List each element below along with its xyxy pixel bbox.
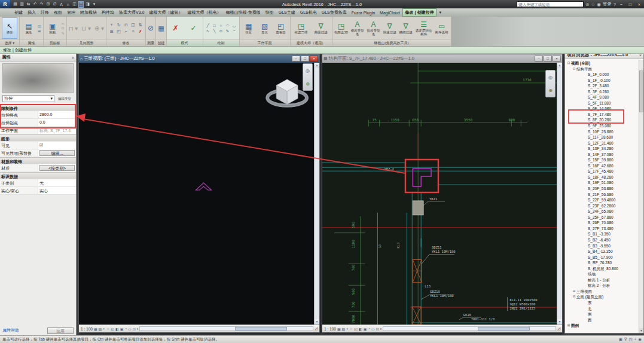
ribbon-tab[interactable]: 视图: [51, 8, 65, 17]
properties-help-link[interactable]: 属性帮助: [2, 327, 19, 333]
expand-collapse-icon[interactable]: ⊟: [566, 60, 571, 66]
ribbon-tab[interactable]: 注释: [38, 8, 51, 17]
expand-collapse-icon[interactable]: [583, 100, 588, 106]
property-row[interactable]: 子类别 无: [0, 179, 76, 187]
search-icon[interactable]: ⊙: [585, 2, 589, 7]
expand-collapse-icon[interactable]: [583, 94, 588, 100]
expand-collapse-icon[interactable]: [583, 249, 588, 255]
status-bar-icon[interactable]: ∇: [624, 337, 627, 342]
view-control-icon[interactable]: ▭: [128, 327, 132, 331]
ribbon-tab[interactable]: 快图: [263, 8, 276, 17]
draw-tool-icon[interactable]: □: [212, 23, 218, 28]
qat-icon[interactable]: ◨: [85, 1, 90, 8]
quick-filter-button[interactable]: ∇ 快速过滤: [383, 23, 397, 34]
view-control-icon[interactable]: ☼: [106, 327, 110, 331]
scroll-down-arrow[interactable]: ▼: [639, 328, 643, 333]
concrete-column[interactable]: [413, 201, 423, 215]
browser-tree-item[interactable]: S_2F_3.480: [565, 83, 639, 89]
view-control-icon[interactable]: ▧: [99, 327, 102, 331]
browser-tree-item[interactable]: S_22F_59.4800: [565, 197, 639, 203]
family-category-icon[interactable]: ⊞: [38, 29, 41, 33]
browser-tree-item[interactable]: S_6F_14.680: [565, 106, 639, 112]
account-icon[interactable]: ◉: [597, 2, 601, 7]
browser-tree-item[interactable]: 北: [565, 306, 639, 312]
extrusion-sketch-profile-3d[interactable]: [196, 183, 212, 190]
qat-icon[interactable]: ▾: [91, 1, 97, 8]
join-icon[interactable]: ⊕ ▾: [94, 25, 104, 32]
browser-tree-item[interactable]: 东: [565, 300, 639, 306]
hatched-column-1[interactable]: [413, 259, 422, 282]
expand-collapse-icon[interactable]: [583, 226, 588, 232]
hatched-column-2[interactable]: [412, 307, 421, 324]
project-browser-scrollbar[interactable]: ▼: [639, 60, 643, 333]
cut-icon[interactable]: ✂: [62, 22, 65, 26]
view-control-icon[interactable]: ▧: [342, 327, 346, 331]
expand-collapse-icon[interactable]: [583, 306, 588, 312]
property-row[interactable]: 可见 ☑: [0, 142, 76, 149]
expand-collapse-icon[interactable]: [583, 78, 588, 84]
properties-button[interactable]: ▤ 属性: [22, 23, 36, 34]
workplane-viewer-button[interactable]: ◰ 查看器: [274, 23, 288, 34]
property-row[interactable]: 拉伸终点 2800.0: [0, 111, 76, 119]
expand-collapse-icon[interactable]: [583, 197, 588, 203]
expand-collapse-icon[interactable]: [583, 169, 588, 174]
browser-tree-item[interactable]: S_B5_-17.900: [565, 255, 639, 261]
ribbon-tab[interactable]: GLS机电: [298, 8, 319, 17]
browser-tree-item[interactable]: 场地: [565, 271, 639, 277]
family-types-icon[interactable]: ◫: [38, 24, 41, 28]
qat-icon[interactable]: ⊞: [45, 1, 51, 8]
expand-collapse-icon[interactable]: [583, 186, 588, 192]
draw-tool-icon[interactable]: ✎: [225, 29, 231, 33]
viewport-plan-horizontal-scrollbar[interactable]: [383, 326, 556, 331]
view-control-icon[interactable]: ▣: [120, 327, 124, 331]
qat-icon[interactable]: ⌂: [65, 1, 71, 8]
view-control-icon[interactable]: ◔: [368, 327, 370, 331]
ribbon-tab[interactable]: 建模大师（建筑）: [146, 8, 185, 17]
draw-tool-icon[interactable]: ⊙: [218, 29, 224, 33]
box-select-3d-button[interactable]: ◳ 框选三维: [292, 23, 310, 34]
expand-collapse-icon[interactable]: [583, 174, 588, 180]
expand-collapse-icon[interactable]: [583, 123, 588, 129]
draw-tool-icon[interactable]: ◡: [231, 23, 237, 28]
expand-collapse-icon[interactable]: [583, 192, 588, 198]
browser-tree-item[interactable]: S_RF_76.280: [565, 260, 639, 266]
zoom-icon[interactable]: ⊕: [548, 88, 553, 93]
cope-icon[interactable]: ⊓ ▾: [69, 25, 78, 32]
expand-collapse-icon[interactable]: [583, 283, 588, 289]
expand-collapse-icon[interactable]: [583, 311, 588, 317]
viewport-3d-close-button[interactable]: ×: [310, 56, 318, 62]
select-multilevel-button[interactable]: ☰ 选多层同位构件: [415, 21, 433, 36]
measure-icon[interactable]: ⊘: [148, 24, 154, 32]
ribbon-tab[interactable]: Fuzor Plugin: [349, 8, 377, 17]
ribbon-tab[interactable]: 附加模块: [78, 8, 99, 17]
browser-tree-item[interactable]: S_5F_11.880: [565, 100, 639, 106]
draw-tool-icon[interactable]: ○: [218, 23, 224, 28]
ribbon-tab[interactable]: 构件坞: [99, 8, 117, 17]
browser-tree-item[interactable]: S_24F_65.080: [565, 209, 639, 215]
modify-tool-icon[interactable]: ⊓: [123, 22, 129, 28]
property-row[interactable]: 材质 <按类别>: [0, 164, 76, 172]
navigation-bar-plan[interactable]: ◎ ⊕: [545, 70, 556, 97]
type-selector-dropdown[interactable]: 拉伸 ▾: [2, 95, 54, 102]
property-row[interactable]: 材质和装饰: [0, 157, 76, 164]
expand-collapse-icon[interactable]: [583, 277, 588, 283]
status-bar-icon[interactable]: ◳: [628, 337, 632, 342]
qat-icon[interactable]: ↶: [32, 1, 38, 8]
expand-collapse-icon[interactable]: [583, 231, 588, 237]
resize-grip-icon[interactable]: ◿: [315, 326, 318, 331]
fine-filter-button[interactable]: ∇ 精细过滤: [399, 23, 413, 34]
browser-tree-item[interactable]: 南: [565, 311, 639, 317]
view-control-icon[interactable]: ☼: [350, 327, 353, 331]
view-control-icon[interactable]: ▭: [371, 327, 375, 331]
collapse-arrow-icon[interactable]: ‹: [380, 327, 381, 331]
expand-collapse-icon[interactable]: [583, 83, 588, 89]
copy-icon[interactable]: ⧉: [62, 26, 65, 30]
browser-tree-item[interactable]: ⊟ 视图 (全部): [565, 60, 639, 66]
bounding-box-3d-button[interactable]: ◳ 包围盒3D: [334, 23, 349, 34]
expand-collapse-icon[interactable]: [583, 89, 588, 95]
collapse-arrow-icon[interactable]: ‹: [137, 327, 138, 331]
modify-tool-icon[interactable]: ⇅: [137, 22, 144, 28]
expand-collapse-icon[interactable]: [583, 180, 588, 186]
view-control-icon[interactable]: ◔: [124, 327, 127, 331]
expand-collapse-icon[interactable]: [583, 243, 588, 249]
